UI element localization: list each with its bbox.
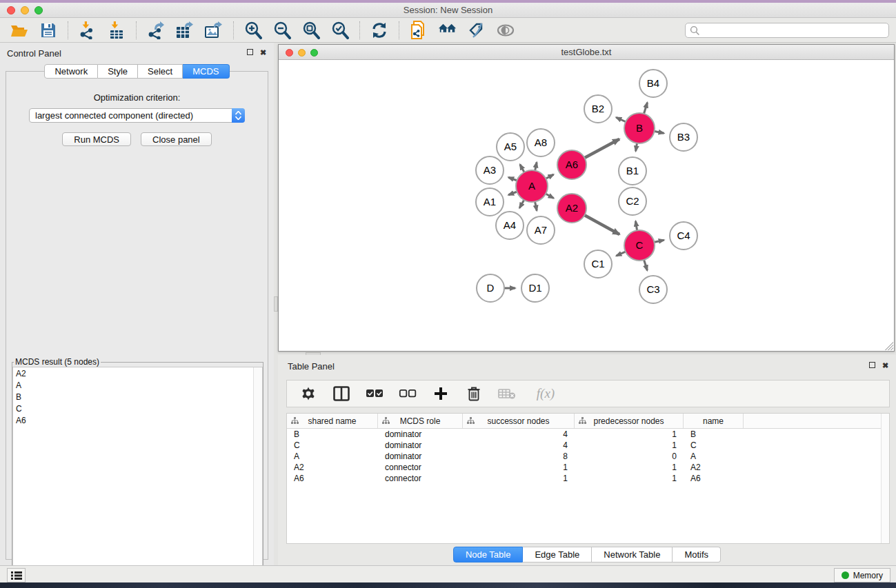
- result-item[interactable]: B: [13, 391, 262, 403]
- minimize-network-button[interactable]: [298, 49, 306, 57]
- tab-node-table[interactable]: Node Table: [453, 547, 524, 562]
- export-image-icon[interactable]: [204, 21, 223, 40]
- close-table-panel-icon[interactable]: ✖: [882, 362, 888, 369]
- tab-edge-table[interactable]: Edge Table: [523, 547, 592, 562]
- node-label-B1: B1: [626, 165, 639, 176]
- zoom-out-icon[interactable]: [272, 21, 292, 40]
- result-item[interactable]: A6: [13, 414, 262, 426]
- close-window-button[interactable]: [7, 6, 15, 14]
- cell-mcds_role: dominator: [378, 440, 463, 451]
- export-table-icon[interactable]: [175, 21, 195, 40]
- fx-label: f(x): [537, 386, 555, 401]
- column-header-MCDS-role[interactable]: MCDS role: [378, 414, 463, 428]
- node-label-C3: C3: [646, 283, 659, 295]
- open-session-icon[interactable]: [10, 21, 29, 40]
- close-panel-button[interactable]: Close panel: [141, 132, 212, 146]
- maximize-window-button[interactable]: [34, 6, 43, 14]
- node-table-body: Bdominator41BCdominator41CAdominator80AA…: [287, 429, 889, 484]
- zoom-selected-icon[interactable]: [330, 21, 350, 40]
- table-row[interactable]: Bdominator41B: [287, 429, 889, 440]
- save-session-icon[interactable]: [39, 21, 58, 40]
- run-mcds-button[interactable]: Run MCDS: [62, 132, 131, 146]
- zoom-in-icon[interactable]: [243, 21, 263, 40]
- resize-grip-icon[interactable]: [884, 341, 893, 350]
- node-label-C1: C1: [591, 258, 604, 270]
- table-settings-gear-icon[interactable]: [299, 385, 317, 403]
- result-list-scrollbar[interactable]: [253, 367, 262, 585]
- toggle-panel-columns-icon[interactable]: [332, 385, 350, 403]
- column-header-name[interactable]: name: [684, 414, 744, 428]
- table-row[interactable]: Cdominator41C: [287, 440, 889, 451]
- search-input[interactable]: [700, 26, 879, 35]
- unselect-all-columns-icon[interactable]: [399, 385, 417, 403]
- maximize-network-button[interactable]: [310, 49, 318, 57]
- column-header-shared-name[interactable]: shared name: [287, 414, 378, 428]
- list-icon: [11, 571, 22, 580]
- cell-shared_name: C: [287, 440, 378, 451]
- tab-motifs[interactable]: Motifs: [673, 547, 721, 562]
- close-panel-icon[interactable]: ✖: [260, 49, 266, 57]
- table-row[interactable]: A2connector11A2: [287, 462, 889, 473]
- cell-predecessor_nodes: 1: [575, 429, 684, 440]
- cell-successor_nodes: 1: [463, 462, 575, 473]
- import-table-icon[interactable]: [107, 21, 126, 40]
- select-all-columns-icon[interactable]: [366, 385, 384, 403]
- minimize-window-button[interactable]: [21, 6, 29, 14]
- result-item[interactable]: A2: [13, 367, 262, 379]
- export-network-icon[interactable]: [146, 21, 166, 40]
- import-network-icon[interactable]: [78, 21, 97, 40]
- node-label-A: A: [528, 180, 535, 192]
- table-toolbar: f(x): [286, 380, 890, 407]
- cell-shared_name: A6: [287, 473, 378, 484]
- float-table-panel-icon[interactable]: [869, 362, 875, 369]
- annotations-icon[interactable]: [467, 21, 486, 40]
- zoom-fit-icon[interactable]: [301, 21, 321, 40]
- node-label-B4: B4: [647, 77, 659, 89]
- column-header-predecessor-nodes[interactable]: predecessor nodes: [575, 414, 684, 428]
- cell-name: A2: [684, 462, 744, 473]
- table-scrollbar[interactable]: [881, 414, 889, 543]
- memory-status-icon: [842, 571, 849, 579]
- memory-label: Memory: [853, 571, 883, 580]
- delete-table-icon-disabled[interactable]: [498, 385, 516, 403]
- node-label-B: B: [636, 122, 643, 134]
- tab-network-table[interactable]: Network Table: [592, 547, 673, 562]
- optimization-criterion-label: Optimization criterion:: [6, 92, 268, 103]
- table-row[interactable]: A6connector11A6: [287, 473, 889, 484]
- cell-name: A: [684, 451, 744, 462]
- table-row[interactable]: Adominator80A: [287, 451, 889, 462]
- node-label-A3: A3: [484, 164, 496, 176]
- mcds-result-list[interactable]: A2ABCA6: [12, 367, 263, 586]
- tab-network[interactable]: Network: [44, 64, 98, 79]
- network-canvas[interactable]: B4B2BB3A5A8A6B1A3AA1C2A2A4A7CC4C1C3DD1: [279, 60, 894, 351]
- node-table-header: shared nameMCDS rolesuccessor nodesprede…: [287, 414, 889, 429]
- tab-select[interactable]: Select: [138, 64, 183, 79]
- node-label-B3: B3: [677, 131, 690, 143]
- result-item[interactable]: C: [13, 403, 262, 414]
- close-network-button[interactable]: [286, 49, 293, 57]
- criterion-dropdown[interactable]: largest connected component (directed): [29, 108, 245, 123]
- column-header-successor-nodes[interactable]: successor nodes: [463, 414, 575, 428]
- create-column-plus-icon[interactable]: [432, 385, 450, 403]
- mcds-result-title: MCDS result (5 nodes): [14, 357, 101, 367]
- cell-mcds_role: connector: [378, 462, 463, 473]
- tab-style[interactable]: Style: [98, 64, 138, 79]
- cell-predecessor_nodes: 1: [575, 462, 684, 473]
- task-history-button[interactable]: [7, 568, 26, 582]
- result-item[interactable]: A: [13, 379, 262, 391]
- network-graph[interactable]: B4B2BB3A5A8A6B1A3AA1C2A2A4A7CC4C1C3DD1: [279, 60, 894, 351]
- network-window: testGlobe.txt B4B2BB3A5A8A: [278, 44, 895, 352]
- control-panel-title: Control Panel: [7, 48, 61, 59]
- eye-icon[interactable]: [496, 21, 515, 40]
- search-box[interactable]: [685, 23, 889, 38]
- memory-button[interactable]: Memory: [834, 568, 890, 582]
- float-panel-icon[interactable]: [247, 49, 253, 57]
- duplicate-network-icon[interactable]: [409, 21, 428, 40]
- search-icon: [690, 26, 700, 36]
- node-label-A4: A4: [504, 219, 516, 231]
- refresh-icon[interactable]: [370, 21, 389, 40]
- function-builder-icon-disabled[interactable]: f(x): [531, 385, 560, 403]
- home-icon[interactable]: [438, 21, 457, 40]
- delete-column-trash-icon[interactable]: [465, 385, 483, 403]
- tab-mcds[interactable]: MCDS: [183, 64, 229, 79]
